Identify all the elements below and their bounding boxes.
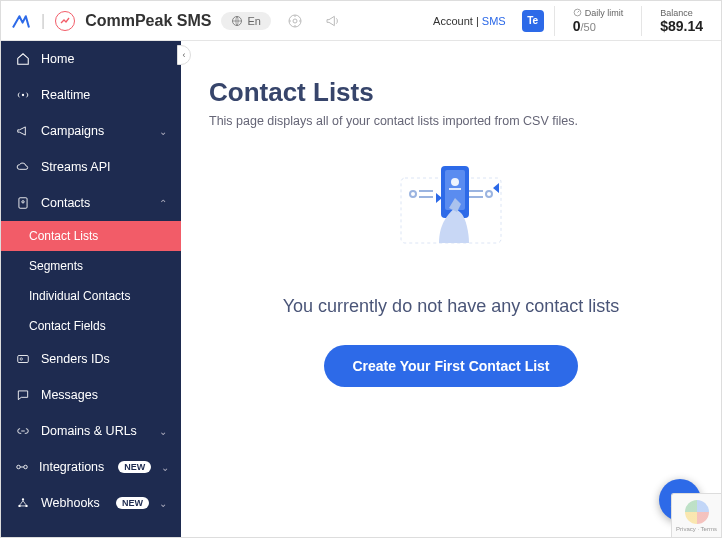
globe-icon xyxy=(231,15,243,27)
sidebar-item-streams[interactable]: Streams API xyxy=(1,149,181,185)
sidebar-sub-segments[interactable]: Segments xyxy=(1,251,181,281)
realtime-icon xyxy=(15,88,31,102)
daily-limit-metric: Daily limit 0/50 xyxy=(565,8,632,34)
chevron-down-icon: ⌄ xyxy=(159,426,167,437)
webhooks-icon xyxy=(15,496,31,510)
new-badge: NEW xyxy=(118,461,151,473)
svg-point-23 xyxy=(451,178,459,186)
chevron-down-icon: ⌄ xyxy=(159,126,167,137)
sidebar-item-webhooks[interactable]: Webhooks NEW ⌄ xyxy=(1,485,181,521)
sidebar-sub-individual[interactable]: Individual Contacts xyxy=(1,281,181,311)
gauge-icon xyxy=(573,8,582,17)
integrations-icon xyxy=(15,460,29,474)
home-icon xyxy=(15,52,31,66)
sidebar-item-home[interactable]: Home xyxy=(1,41,181,77)
recaptcha-icon xyxy=(685,500,709,524)
sidebar-item-contacts[interactable]: Contacts ⌃ xyxy=(1,185,181,221)
create-contact-list-button[interactable]: Create Your First Contact List xyxy=(324,345,577,387)
balance-metric: Balance $89.14 xyxy=(652,8,711,34)
support-icon[interactable] xyxy=(281,13,309,29)
recaptcha-badge: Privacy · Terms xyxy=(671,493,721,537)
sidebar-item-campaigns[interactable]: Campaigns ⌄ xyxy=(1,113,181,149)
svg-point-2 xyxy=(293,19,297,23)
sidebar-sub-contact-lists[interactable]: Contact Lists xyxy=(1,221,181,251)
messages-icon xyxy=(15,388,31,402)
chevron-up-icon: ⌃ xyxy=(159,198,167,209)
svg-point-6 xyxy=(22,201,24,203)
chevron-down-icon: ⌄ xyxy=(161,462,169,473)
sidebar-item-senders[interactable]: Senders IDs xyxy=(1,341,181,377)
top-header: | CommPeak SMS En Account | SMS Te Daily… xyxy=(1,1,721,41)
announcement-icon[interactable] xyxy=(319,13,347,29)
sidebar-nav: Home Realtime Campaigns ⌄ Streams API Co… xyxy=(1,41,181,537)
id-icon xyxy=(15,352,31,366)
account-link[interactable]: Account | SMS xyxy=(433,15,506,27)
sidebar-item-messages[interactable]: Messages xyxy=(1,377,181,413)
link-icon xyxy=(15,424,31,438)
separator: | xyxy=(41,12,45,30)
svg-point-9 xyxy=(17,465,21,469)
language-selector[interactable]: En xyxy=(221,12,270,30)
new-badge: NEW xyxy=(116,497,149,509)
page-title: Contact Lists xyxy=(209,77,693,108)
empty-state-message: You currently do not have any contact li… xyxy=(209,296,693,317)
svg-point-18 xyxy=(486,191,492,197)
sidebar-item-realtime[interactable]: Realtime xyxy=(1,77,181,113)
megaphone-icon xyxy=(15,124,31,138)
svg-rect-24 xyxy=(449,188,461,190)
empty-state-illustration xyxy=(361,148,541,268)
sidebar-item-domains[interactable]: Domains & URLs ⌄ xyxy=(1,413,181,449)
user-avatar[interactable]: Te xyxy=(522,10,544,32)
contacts-icon xyxy=(15,196,31,210)
brand-analytics-icon xyxy=(55,11,75,31)
svg-point-10 xyxy=(24,465,28,469)
svg-point-4 xyxy=(22,94,24,96)
sidebar-sub-fields[interactable]: Contact Fields xyxy=(1,311,181,341)
brand-name: CommPeak SMS xyxy=(85,12,211,30)
svg-point-11 xyxy=(22,498,24,500)
sidebar-item-integrations[interactable]: Integrations NEW ⌄ xyxy=(1,449,181,485)
cloud-icon xyxy=(15,160,31,174)
logo-icon[interactable] xyxy=(11,13,31,29)
chevron-down-icon: ⌄ xyxy=(159,498,167,509)
svg-point-8 xyxy=(20,358,22,360)
page-description: This page displays all of your contact l… xyxy=(209,114,693,128)
svg-rect-7 xyxy=(18,356,29,363)
svg-point-15 xyxy=(410,191,416,197)
main-content: Contact Lists This page displays all of … xyxy=(181,41,721,537)
